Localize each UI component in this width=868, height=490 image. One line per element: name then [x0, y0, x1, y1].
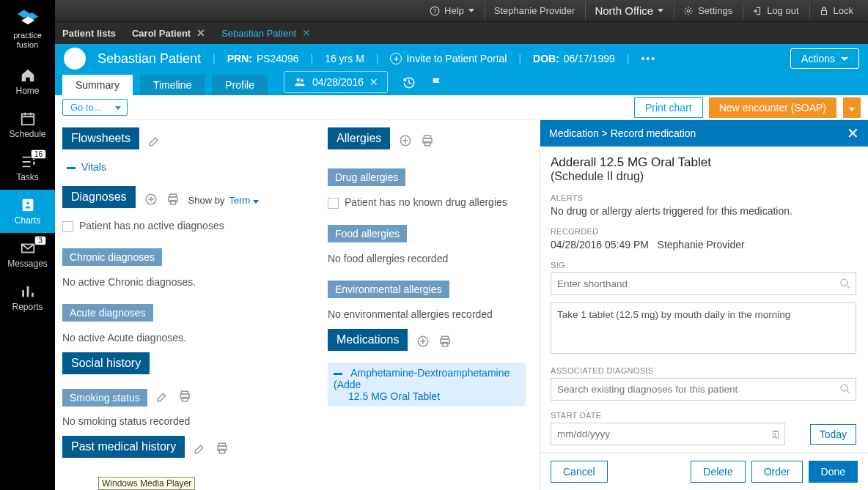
- print-chart-button[interactable]: Print chart: [634, 97, 703, 118]
- lock-link[interactable]: Lock: [809, 2, 862, 19]
- reports-icon: [20, 283, 36, 300]
- no-active-dx-checkbox[interactable]: [62, 221, 73, 232]
- svg-rect-7: [21, 114, 34, 125]
- pencil-icon: [194, 442, 207, 455]
- sig-shorthand-input[interactable]: [551, 272, 856, 295]
- new-encounter-dropdown[interactable]: [843, 97, 861, 118]
- nav-schedule[interactable]: Schedule: [0, 103, 55, 146]
- chevron-down-icon: [849, 108, 855, 111]
- nav-home[interactable]: Home: [0, 60, 55, 103]
- svg-point-2: [687, 10, 690, 12]
- today-button[interactable]: Today: [810, 424, 856, 445]
- svg-rect-8: [22, 199, 33, 212]
- print-pmh-button[interactable]: [216, 442, 229, 457]
- chevron-down-icon: [253, 200, 259, 204]
- tab-patient-lists[interactable]: Patient lists: [62, 28, 116, 39]
- nav-tasks[interactable]: 16 Tasks: [0, 146, 55, 190]
- alerts-label: ALERTS: [551, 193, 856, 202]
- flowsheets-header: Flowsheets: [62, 127, 139, 149]
- invite-portal-link[interactable]: +Invite to Patient Portal: [390, 53, 507, 64]
- env=: No environmental allergies recorded: [328, 308, 526, 320]
- add-diagnosis-button[interactable]: [144, 193, 158, 208]
- vitals-link[interactable]: Vitals: [81, 161, 106, 173]
- done-button[interactable]: Done: [809, 461, 858, 483]
- actions-button[interactable]: Actions: [790, 48, 859, 69]
- history-icon: [402, 76, 416, 89]
- goto-select[interactable]: Go to...: [62, 99, 128, 116]
- cancel-button[interactable]: Cancel: [551, 461, 608, 483]
- encounter-date-tab[interactable]: 04/28/2016 ✕: [284, 71, 388, 93]
- add-medication-button[interactable]: [416, 335, 430, 350]
- portal-icon: +: [390, 53, 402, 64]
- close-icon[interactable]: ✕: [369, 76, 378, 88]
- printer-icon: [421, 134, 434, 147]
- panel-close-button[interactable]: ✕: [847, 126, 859, 141]
- nav-charts[interactable]: Charts: [0, 190, 55, 233]
- medication-item[interactable]: Amphetamine-Dextroamphetamine (Adde12.5 …: [328, 363, 526, 407]
- edit-button[interactable]: [148, 134, 161, 149]
- gear-icon: [683, 6, 694, 16]
- chart-subtabs: Summary Timeline Profile 04/28/2016 ✕: [55, 73, 868, 95]
- more-menu[interactable]: •••: [641, 53, 656, 64]
- subtab-profile[interactable]: Profile: [212, 75, 268, 95]
- add-allergy-button[interactable]: [399, 134, 412, 149]
- plus-circle-icon: [144, 193, 158, 206]
- allergies-header: Allergies: [328, 127, 390, 149]
- env-allergies-header: Environmental allergies: [328, 281, 449, 298]
- smoking-status-header: Smoking status: [62, 389, 147, 407]
- edit-pmh-button[interactable]: [194, 442, 207, 457]
- sig-textarea[interactable]: [551, 302, 856, 354]
- taskbar-tooltip: Windows Media Player: [98, 477, 195, 490]
- edit-smoking-button[interactable]: [156, 390, 169, 405]
- order-button[interactable]: Order: [751, 461, 803, 483]
- patient-header: Sebastian Patient | PRN: PS24096 | 16 yr…: [55, 44, 868, 73]
- close-icon[interactable]: ✕: [196, 27, 205, 39]
- svg-text:?: ?: [433, 7, 437, 14]
- logout-link[interactable]: Log out: [743, 2, 807, 19]
- print-allergies-button[interactable]: [421, 134, 434, 149]
- history-button[interactable]: [402, 76, 416, 92]
- printer-icon: [216, 442, 229, 455]
- new-encounter-button[interactable]: New encounter (SOAP): [709, 97, 836, 118]
- flag-button[interactable]: [430, 76, 444, 92]
- messages-badge: 3: [34, 236, 46, 245]
- settings-link[interactable]: Settings: [674, 2, 741, 19]
- showby-control[interactable]: Show byTerm: [188, 195, 259, 206]
- help-label: Help: [444, 5, 464, 16]
- summary-column-2: Allergies Drug allergies Patient has no …: [320, 120, 533, 490]
- smoking-text: No smoking status recorded: [62, 415, 313, 427]
- printer-icon: [438, 335, 452, 348]
- tab-sebastian[interactable]: Sebastian Patient✕: [221, 27, 311, 39]
- delete-button[interactable]: Delete: [691, 461, 745, 483]
- chevron-down-icon: [841, 57, 848, 61]
- plus-circle-icon: [399, 134, 412, 147]
- food-allergies-header: Food allergies: [328, 225, 407, 242]
- printer-icon: [166, 193, 180, 206]
- subtab-summary[interactable]: Summary: [62, 75, 133, 95]
- close-icon[interactable]: ✕: [302, 27, 311, 39]
- tab-carol[interactable]: Carol Patient✕: [132, 27, 205, 39]
- brand-logo: practice fusion: [0, 0, 55, 60]
- nav-reports[interactable]: Reports: [0, 276, 55, 319]
- assoc-dx-label: ASSOCIATED DIAGNOSIS: [551, 366, 856, 375]
- panel-header: Medication > Record medication ✕: [540, 120, 868, 146]
- chronic-dx-text: No active Chronic diagnoses.: [62, 276, 313, 288]
- print-diagnoses-button[interactable]: [166, 193, 180, 208]
- assoc-dx-input[interactable]: [551, 378, 856, 401]
- home-icon: [20, 67, 36, 83]
- subtab-timeline[interactable]: Timeline: [140, 75, 205, 95]
- plus-circle-icon: [416, 335, 430, 348]
- pmh-header: Past medical history: [62, 436, 185, 458]
- help-menu[interactable]: ? Help: [421, 2, 483, 19]
- office-select[interactable]: North Office: [585, 1, 672, 20]
- panel-breadcrumb: Medication > Record medication: [549, 127, 696, 139]
- nav-messages[interactable]: 3 Messages: [0, 233, 55, 276]
- medication-link[interactable]: Amphetamine-Dextroamphetamine (Adde12.5 …: [334, 367, 510, 402]
- provider-name: Stephanie Provider: [485, 2, 584, 19]
- start-date-input[interactable]: [551, 423, 785, 445]
- no-drug-allergies-checkbox[interactable]: [328, 198, 339, 209]
- acute-dx-text: No active Acute diagnoses.: [62, 332, 313, 344]
- search-icon: [839, 277, 852, 290]
- print-medications-button[interactable]: [438, 335, 452, 350]
- print-smoking-button[interactable]: [178, 390, 191, 405]
